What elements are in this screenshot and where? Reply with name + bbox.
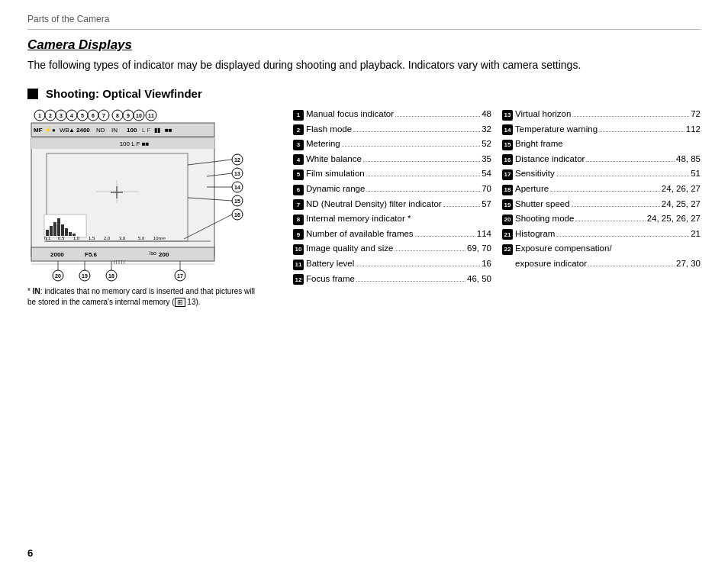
list-item: 20 Shooting mode 24, 25, 26, 27	[502, 212, 701, 225]
list-item: 7 ND (Neutral Density) filter indicator …	[293, 198, 491, 211]
svg-text:iso: iso	[150, 250, 156, 256]
list-item: 3 Metering 52	[293, 137, 491, 150]
svg-text:IN: IN	[111, 127, 118, 134]
svg-text:200: 200	[159, 251, 169, 258]
svg-text:10m∞: 10m∞	[153, 236, 166, 240]
svg-text:L F: L F	[142, 127, 150, 134]
svg-text:4: 4	[70, 113, 73, 118]
svg-text:100: 100	[127, 127, 137, 134]
svg-rect-47	[65, 228, 68, 236]
svg-text:2400: 2400	[76, 127, 90, 134]
svg-text:3.0: 3.0	[119, 236, 126, 240]
list-item: 12 Focus frame 46, 50	[293, 273, 491, 286]
svg-text:13: 13	[234, 171, 240, 176]
list-item: 16 Distance indicator 48, 85	[502, 153, 701, 166]
svg-text:5: 5	[81, 113, 84, 118]
intro-text: The following types of indicator may be …	[27, 57, 684, 73]
list-item: 5 Film simulation 54	[293, 167, 491, 180]
svg-text:8: 8	[116, 113, 119, 118]
list-item: 19 Shutter speed 24, 25, 27	[502, 198, 701, 211]
list-item: 4 White balance 35	[293, 153, 491, 166]
items-area: 1 Manual focus indicator 48 2 Flash mode…	[293, 108, 701, 287]
svg-text:2000: 2000	[50, 251, 64, 258]
black-square-icon	[27, 89, 38, 99]
svg-text:●: ●	[52, 127, 56, 134]
svg-text:1.5: 1.5	[89, 236, 95, 240]
svg-rect-14	[31, 123, 214, 137]
list-item: 17 Sensitivity 51	[502, 167, 701, 180]
svg-text:0.1: 0.1	[44, 236, 51, 240]
svg-text:18: 18	[108, 273, 114, 279]
section-title: Camera Displays	[27, 37, 701, 53]
list-item: 11 Battery level 16	[293, 257, 491, 270]
svg-text:WB: WB	[60, 127, 69, 134]
svg-text:6: 6	[92, 113, 95, 118]
svg-text:2.0: 2.0	[104, 236, 111, 240]
svg-rect-44	[53, 222, 56, 236]
list-item: 8 Internal memory indicator *	[293, 212, 491, 225]
list-item: 10 Image quality and size 69, 70	[293, 242, 491, 255]
list-item: exposure indicator 27, 30	[502, 257, 701, 269]
svg-rect-46	[61, 224, 64, 236]
svg-text:1.0: 1.0	[73, 236, 80, 240]
svg-text:⚡: ⚡	[44, 126, 52, 134]
breadcrumb: Parts of the Camera	[27, 14, 701, 30]
svg-text:0.5: 0.5	[58, 236, 65, 240]
svg-text:2: 2	[49, 113, 52, 118]
list-item: 22 Exposure compensation/	[502, 242, 701, 255]
list-item: 9 Number of available frames 114	[293, 227, 491, 240]
svg-text:15: 15	[234, 198, 240, 204]
list-item: 15 Bright frame	[502, 137, 701, 150]
svg-text:9: 9	[127, 113, 130, 118]
list-item: 6 Dynamic range 70	[293, 182, 491, 195]
svg-text:|  |  |  |  |: | | | | |	[114, 260, 125, 264]
svg-rect-48	[69, 232, 72, 236]
svg-text:3: 3	[60, 113, 63, 118]
svg-rect-45	[57, 218, 60, 236]
list-item: 21 Histogram 21	[502, 227, 701, 240]
items-column-2: 13 Virtual horizon 72 14 Temperature war…	[502, 108, 701, 287]
svg-text:14: 14	[234, 185, 240, 190]
list-item: 1 Manual focus indicator 48	[293, 108, 491, 121]
svg-text:100  L F  ■■: 100 L F ■■	[120, 140, 150, 147]
list-item: 2 Flash mode 32	[293, 123, 491, 136]
list-item: 14 Temperature warning 112	[502, 123, 701, 136]
svg-rect-42	[46, 230, 49, 236]
viewfinder-diagram: 1 2 3 4 5 6 7 MF ⚡	[27, 108, 279, 308]
footnote: * IN: indicates that no memory card is i…	[27, 286, 256, 308]
svg-text:1: 1	[38, 113, 41, 118]
viewfinder-svg: 1 2 3 4 5 6 7 MF ⚡	[27, 108, 264, 283]
svg-text:■■: ■■	[165, 127, 172, 134]
list-item: 13 Virtual horizon 72	[502, 108, 701, 121]
page-number: 6	[27, 547, 33, 559]
svg-text:ND: ND	[96, 127, 105, 134]
svg-text:5.0: 5.0	[138, 236, 145, 240]
svg-text:20: 20	[55, 273, 61, 279]
svg-text:▮▮: ▮▮	[154, 127, 160, 134]
svg-text:7: 7	[102, 113, 105, 118]
items-column-1: 1 Manual focus indicator 48 2 Flash mode…	[293, 108, 491, 287]
page: Parts of the Camera Camera Displays The …	[0, 0, 728, 326]
svg-rect-43	[50, 226, 53, 236]
svg-text:12: 12	[234, 157, 240, 163]
svg-text:17: 17	[177, 273, 183, 279]
svg-text:F5.6: F5.6	[85, 251, 98, 258]
svg-text:16: 16	[234, 212, 240, 218]
svg-text:10: 10	[136, 113, 142, 118]
list-item: 18 Aperture 24, 26, 27	[502, 182, 701, 195]
svg-text:11: 11	[148, 113, 154, 118]
subsection-title: Shooting: Optical Viewfinder	[27, 87, 701, 100]
svg-text:MF: MF	[34, 127, 43, 134]
svg-text:19: 19	[82, 273, 88, 279]
svg-text:▲: ▲	[69, 127, 75, 134]
